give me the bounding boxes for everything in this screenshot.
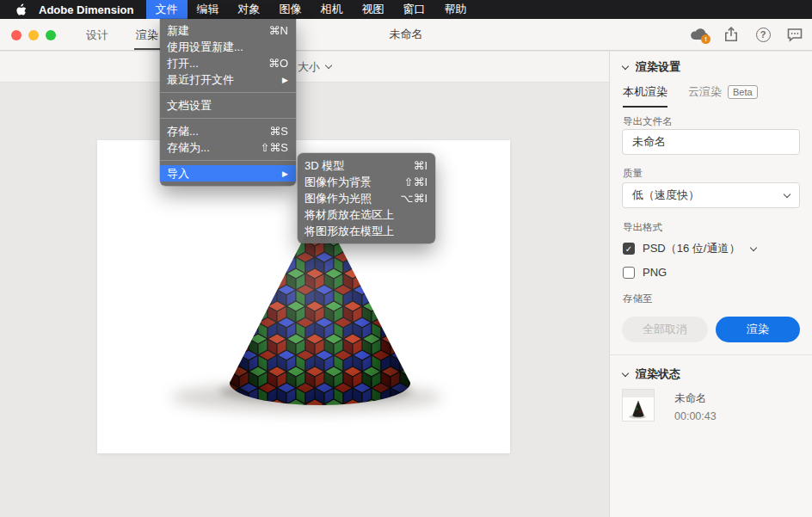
quality-select[interactable]: 低（速度快） (622, 182, 800, 208)
render-toolbar: 大小 (0, 52, 609, 83)
submenu-item-graphic-on-model[interactable]: 将图形放在模型上 (298, 223, 435, 239)
macos-menu-bar: Adobe Dimension 文件 编辑 对象 图像 相机 视图 窗口 帮助 (0, 0, 812, 19)
tab-render[interactable]: 渲染 (134, 20, 160, 50)
render-thumbnail (622, 389, 655, 422)
psd-label: PSD（16 位/通道） (643, 241, 740, 256)
render-job-name: 未命名 (674, 391, 717, 406)
menu-item-document-settings[interactable]: 文档设置 (160, 97, 296, 114)
submenu-item-image-as-background[interactable]: 图像作为背景 ⇧⌘I (298, 174, 435, 190)
format-psd-row[interactable]: ✓ PSD（16 位/通道） (623, 241, 756, 256)
submenu-item-image-as-light[interactable]: 图像作为光照 ⌥⌘I (298, 190, 435, 206)
menubar-item-image[interactable]: 图像 (270, 0, 311, 19)
submenu-arrow-icon: ▶ (282, 169, 288, 178)
psd-checkbox[interactable]: ✓ (623, 243, 635, 255)
collapse-chevron-icon (622, 62, 629, 69)
menubar-item-window[interactable]: 窗口 (394, 0, 435, 19)
render-mode-tabs: 本机渲染 云渲染 Beta (623, 84, 758, 108)
menu-separator (160, 118, 296, 119)
share-icon[interactable] (721, 24, 741, 45)
quality-value: 低（速度快） (632, 188, 699, 203)
filename-label: 导出文件名 (623, 115, 673, 128)
mode-tabs: 设计 渲染 (84, 19, 160, 50)
chevron-down-icon[interactable] (750, 243, 757, 250)
chevron-down-icon (784, 190, 790, 197)
menubar-item-edit[interactable]: 编辑 (188, 0, 229, 19)
menu-item-new-with-settings[interactable]: 使用设置新建... (160, 39, 296, 55)
minimize-window-button[interactable] (28, 30, 39, 40)
png-checkbox[interactable] (623, 267, 635, 279)
menu-separator (160, 92, 296, 93)
panel-divider (610, 354, 812, 355)
beta-badge: Beta (728, 85, 758, 99)
collapse-chevron-icon (622, 369, 629, 376)
save-to-label: 存储至 (623, 292, 653, 305)
render-status-item[interactable]: 未命名 00:00:43 (622, 389, 717, 422)
zoom-window-button[interactable] (46, 30, 56, 40)
menu-separator (160, 160, 296, 161)
window-controls (11, 30, 56, 40)
menu-item-open-recent[interactable]: 最近打开文件 ▶ (160, 71, 296, 88)
menu-item-save[interactable]: 存储... ⌘S (160, 123, 296, 139)
feedback-icon[interactable] (784, 24, 805, 45)
file-menu: 新建 ⌘N 使用设置新建... 打开... ⌘O 最近打开文件 ▶ 文档设置 存… (160, 19, 296, 186)
tab-local-render[interactable]: 本机渲染 (623, 84, 667, 108)
cloud-warning-badge: ! (701, 34, 710, 44)
submenu-arrow-icon: ▶ (282, 76, 288, 84)
close-window-button[interactable] (11, 30, 22, 40)
submenu-item-material-on-selection[interactable]: 将材质放在选区上 (298, 206, 435, 223)
tab-cloud-render[interactable]: 云渲染 Beta (688, 84, 758, 106)
menubar-item-camera[interactable]: 相机 (311, 0, 353, 19)
menu-item-save-as[interactable]: 存储为... ⇧⌘S (160, 139, 296, 156)
window-title-bar: 未命名 设计 渲染 ! ? (0, 19, 812, 51)
filename-input[interactable] (622, 129, 800, 155)
render-button[interactable]: 渲染 (716, 317, 800, 342)
quality-label: 质量 (623, 167, 643, 180)
menubar-item-help[interactable]: 帮助 (435, 0, 477, 19)
menu-item-open[interactable]: 打开... ⌘O (160, 55, 296, 71)
tab-design[interactable]: 设计 (84, 20, 110, 50)
render-size-label: 大小 (298, 59, 320, 75)
chevron-down-icon (325, 61, 332, 68)
render-size-dropdown[interactable]: 大小 (298, 52, 331, 82)
format-label: 导出格式 (623, 221, 662, 234)
png-label: PNG (643, 266, 667, 279)
menu-item-import[interactable]: 导入 ▶ (160, 165, 296, 182)
menubar-item-file[interactable]: 文件 (146, 0, 188, 19)
render-status-header[interactable]: 渲染状态 (623, 366, 680, 382)
cloud-sync-icon[interactable]: ! (689, 24, 710, 45)
render-settings-header[interactable]: 渲染设置 (623, 59, 680, 75)
menu-item-new[interactable]: 新建 ⌘N (160, 22, 296, 39)
cancel-all-button[interactable]: 全部取消 (622, 317, 708, 342)
apple-menu-icon[interactable] (0, 3, 32, 16)
help-icon[interactable]: ? (753, 24, 773, 45)
viewport-canvas[interactable] (0, 83, 609, 517)
format-png-row[interactable]: PNG (623, 266, 667, 279)
menubar-item-object[interactable]: 对象 (229, 0, 270, 19)
app-name: Adobe Dimension (32, 3, 146, 16)
render-settings-panel: 渲染设置 本机渲染 云渲染 Beta 导出文件名 质量 低（速度快） 导出格式 … (609, 52, 812, 517)
menubar-item-view[interactable]: 视图 (353, 0, 394, 19)
render-job-time: 00:00:43 (674, 410, 717, 422)
submenu-item-3d-model[interactable]: 3D 模型 ⌘I (298, 157, 435, 174)
import-submenu: 3D 模型 ⌘I 图像作为背景 ⇧⌘I 图像作为光照 ⌥⌘I 将材质放在选区上 … (298, 153, 435, 243)
